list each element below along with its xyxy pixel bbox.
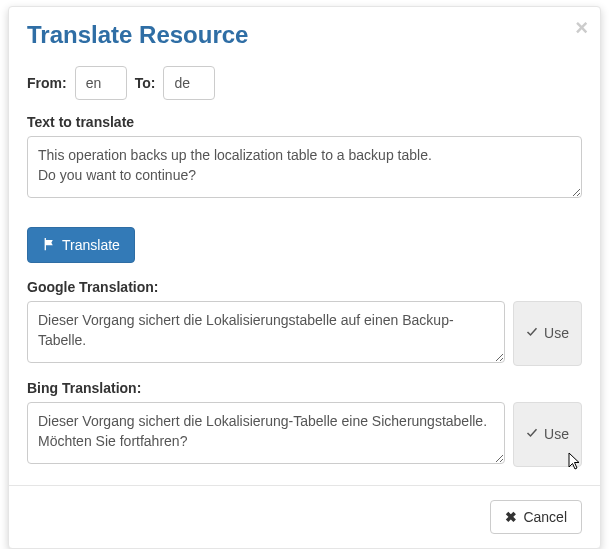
translate-button-label: Translate xyxy=(62,238,120,252)
dialog-body: From: To: Text to translate Translate Go… xyxy=(9,60,600,467)
source-text-textarea[interactable] xyxy=(27,136,582,198)
google-translation-label: Google Translation: xyxy=(27,279,582,295)
google-translation-textarea[interactable] xyxy=(27,301,505,363)
flag-icon xyxy=(42,237,56,253)
bing-translation-section: Bing Translation: Use xyxy=(27,380,582,467)
cancel-button-label: Cancel xyxy=(523,510,567,524)
language-row: From: To: xyxy=(27,66,582,100)
from-language-input[interactable] xyxy=(75,66,127,100)
bing-use-label: Use xyxy=(544,427,569,441)
from-label: From: xyxy=(27,75,67,91)
bing-translation-label: Bing Translation: xyxy=(27,380,582,396)
dialog-header: × Translate Resource xyxy=(9,7,600,60)
source-text-label: Text to translate xyxy=(27,114,582,130)
dialog-title: Translate Resource xyxy=(27,21,582,50)
close-icon: ✖ xyxy=(505,510,517,524)
google-use-label: Use xyxy=(544,326,569,340)
to-language-input[interactable] xyxy=(163,66,215,100)
check-icon xyxy=(526,427,538,441)
google-translation-section: Google Translation: Use xyxy=(27,279,582,366)
bing-translation-textarea[interactable] xyxy=(27,402,505,464)
translate-resource-dialog: × Translate Resource From: To: Text to t… xyxy=(8,6,601,549)
source-text-section: Text to translate xyxy=(27,114,582,201)
translate-button[interactable]: Translate xyxy=(27,227,135,263)
bing-use-button[interactable]: Use xyxy=(513,402,582,467)
check-icon xyxy=(526,326,538,340)
cancel-button[interactable]: ✖ Cancel xyxy=(490,500,582,534)
to-label: To: xyxy=(135,75,156,91)
google-use-button[interactable]: Use xyxy=(513,301,582,366)
close-icon[interactable]: × xyxy=(575,17,588,39)
dialog-footer: ✖ Cancel xyxy=(9,485,600,548)
